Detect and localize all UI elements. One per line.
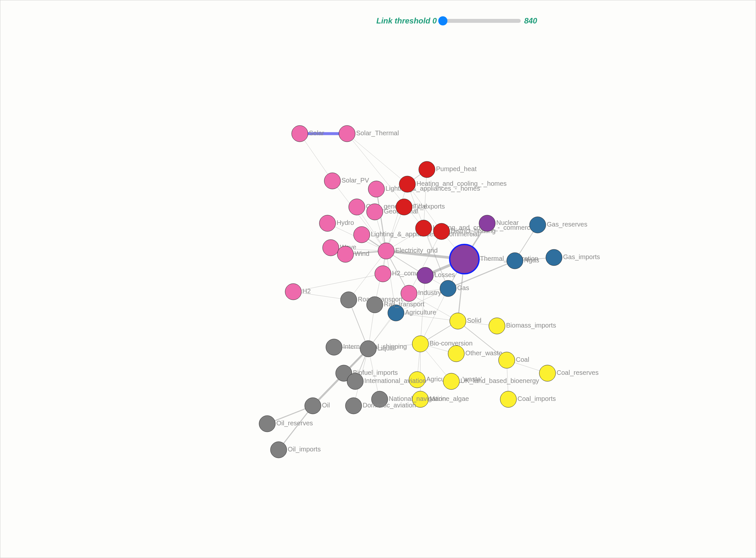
node-label: Hydro (337, 219, 354, 226)
node-label: International_aviation (364, 377, 426, 385)
svg-point-8 (322, 239, 339, 256)
node-Coal_imports[interactable]: Coal_imports (500, 391, 556, 407)
node-Solid[interactable]: Solid (450, 313, 481, 329)
node-label: Gas_reserves (547, 221, 588, 228)
node-label: Bio-conversion (429, 339, 472, 347)
node-Industry[interactable]: Industry (401, 285, 441, 302)
node-label: Tidal (413, 203, 427, 210)
node-label: Solar_Thermal (356, 129, 399, 137)
node-Gas_reserves[interactable]: Gas_reserves (529, 217, 588, 233)
svg-point-14 (419, 161, 435, 178)
node-label: Agriculture (405, 309, 436, 316)
network-graph[interactable]: SolarSolar_ThermalSolar_PVLighting_&_app… (0, 0, 756, 558)
node-Oil[interactable]: Oil (305, 398, 330, 414)
svg-point-24 (546, 249, 562, 265)
svg-point-20 (417, 267, 434, 284)
edge (424, 170, 427, 228)
svg-point-31 (499, 352, 515, 368)
node-label: Industry (418, 289, 441, 296)
svg-point-21 (450, 245, 479, 274)
svg-point-30 (448, 346, 464, 362)
svg-point-2 (324, 173, 341, 189)
node-label: Solar (309, 129, 324, 136)
node-Biomass_imports[interactable]: Biomass_imports (489, 318, 556, 334)
node-Oil_reserves[interactable]: Oil_reserves (259, 415, 313, 432)
svg-point-6 (319, 215, 336, 231)
svg-point-44 (345, 398, 362, 414)
svg-point-38 (367, 297, 383, 313)
svg-point-1 (339, 126, 355, 142)
svg-point-0 (292, 126, 308, 142)
node-label: Solid (467, 317, 481, 324)
node-label: Solar_PV (341, 177, 369, 184)
edge (300, 134, 332, 181)
svg-point-27 (450, 313, 466, 329)
edge (293, 292, 349, 300)
node-label: Liquid (377, 345, 395, 352)
svg-point-3 (368, 181, 385, 197)
node-label: H2 (303, 287, 311, 295)
svg-point-36 (500, 391, 517, 407)
node-label: Rail_transport (384, 301, 425, 308)
svg-point-7 (354, 227, 370, 243)
svg-point-16 (396, 199, 412, 215)
svg-point-5 (367, 204, 383, 220)
edge (409, 231, 442, 293)
node-H2[interactable]: H2 (285, 284, 311, 300)
node-Solar_PV[interactable]: Solar_PV (324, 173, 369, 189)
svg-point-40 (360, 340, 376, 357)
node-Solar_Thermal[interactable]: Solar_Thermal (339, 126, 399, 142)
node-label: Other_waste (465, 349, 502, 357)
svg-point-46 (259, 415, 275, 432)
node-label: Gas (457, 284, 469, 291)
node-Other_waste[interactable]: Other_waste (448, 346, 502, 362)
node-label: Coal (516, 356, 529, 363)
svg-point-18 (434, 223, 450, 239)
svg-point-29 (412, 336, 428, 352)
svg-point-34 (443, 373, 460, 389)
node-label: Oil (322, 402, 330, 409)
node-label: Oil_imports (288, 446, 321, 453)
node-Bio_conversion[interactable]: Bio-conversion (412, 336, 472, 352)
svg-point-19 (479, 215, 495, 231)
node-label: Biomass_imports (506, 322, 556, 329)
node-label: Gas_imports (563, 253, 600, 261)
node-Gas_imports[interactable]: Gas_imports (546, 249, 600, 265)
node-label: Oil_reserves (276, 420, 313, 427)
svg-point-13 (401, 285, 417, 302)
node-label: Ngas (524, 256, 539, 264)
svg-point-10 (378, 243, 394, 259)
node-label: Losses (434, 271, 455, 278)
svg-point-25 (440, 280, 456, 297)
svg-point-17 (415, 220, 432, 236)
node-label: Wind (355, 250, 369, 257)
node-Pumped_heat[interactable]: Pumped_heat (419, 161, 477, 178)
svg-point-11 (375, 265, 391, 282)
svg-point-4 (349, 199, 365, 215)
node-label: Coal_reserves (556, 369, 599, 377)
svg-point-42 (347, 373, 363, 389)
edge (376, 189, 386, 251)
svg-point-45 (305, 398, 321, 414)
svg-point-28 (489, 318, 505, 334)
svg-point-22 (529, 217, 546, 233)
svg-point-37 (341, 292, 357, 308)
node-label: Electricity_grid (395, 247, 438, 254)
node-Coal_reserves[interactable]: Coal_reserves (539, 365, 599, 381)
node-Solar[interactable]: Solar (292, 126, 324, 142)
node-label: Nuclear (496, 219, 519, 226)
svg-point-9 (337, 246, 354, 262)
node-Oil_imports[interactable]: Oil_imports (270, 442, 321, 458)
node-label: Pumped_heat (436, 165, 477, 173)
svg-point-23 (507, 253, 523, 269)
node-Gas[interactable]: Gas (440, 280, 469, 297)
svg-point-15 (399, 176, 415, 192)
node-Hydro[interactable]: Hydro (319, 215, 354, 231)
svg-point-47 (270, 442, 287, 458)
node-label: UK_land_based_bioenergy (461, 377, 539, 385)
svg-point-39 (326, 339, 342, 355)
node-label: Heating_and_cooling_-_homes (416, 180, 507, 187)
svg-point-12 (285, 284, 302, 300)
edge (386, 184, 407, 251)
node-label: Coal_imports (518, 395, 556, 403)
